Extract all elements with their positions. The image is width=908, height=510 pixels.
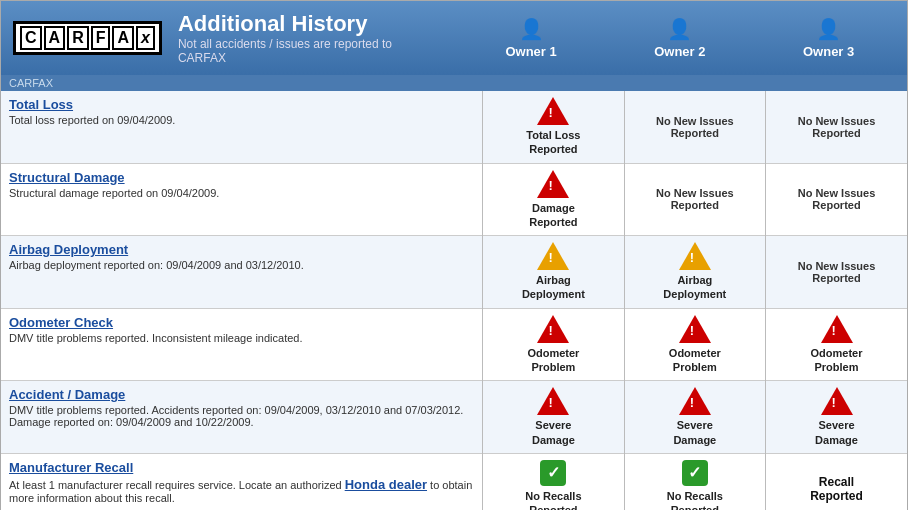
status-text: SevereDamage: [532, 418, 575, 447]
table-row: Airbag DeploymentAirbag deployment repor…: [1, 236, 907, 309]
row-link[interactable]: Total Loss: [9, 97, 73, 112]
status-text: AirbagDeployment: [522, 273, 585, 302]
row-desc: DMV title problems reported. Accidents r…: [9, 404, 474, 428]
logo-letter-a: A: [44, 26, 66, 50]
desc-cell: Airbag DeploymentAirbag deployment repor…: [1, 236, 483, 309]
page-title: Additional History: [178, 11, 433, 37]
status-text: Total LossReported: [526, 128, 580, 157]
status-content: No New IssuesReported: [770, 115, 903, 139]
status-content: No New IssuesReported: [629, 187, 761, 211]
yellow-warning-icon: !: [679, 242, 711, 270]
owner1-cell: ! AirbagDeployment: [483, 236, 624, 309]
green-check-icon: ✓: [540, 460, 566, 486]
red-warning-icon: !: [821, 315, 853, 343]
status-text: OdometerProblem: [669, 346, 721, 375]
owner1-cell: ! OdometerProblem: [483, 308, 624, 381]
table-row: Total LossTotal loss reported on 09/04/2…: [1, 91, 907, 163]
header-subtitle: Not all accidents / issues are reported …: [178, 37, 433, 65]
status-text: AirbagDeployment: [663, 273, 726, 302]
desc-cell: Manufacturer RecallAt least 1 manufactur…: [1, 453, 483, 510]
owner2-cell: No New IssuesReported: [624, 163, 765, 236]
status-content: ✓ No RecallsReported: [629, 460, 761, 510]
row-link[interactable]: Odometer Check: [9, 315, 113, 330]
owner1-cell: ✓ No RecallsReported: [483, 453, 624, 510]
status-content: ! AirbagDeployment: [629, 242, 761, 302]
status-text: No New IssuesReported: [798, 187, 876, 211]
table-row: Manufacturer RecallAt least 1 manufactur…: [1, 453, 907, 510]
row-link[interactable]: Airbag Deployment: [9, 242, 128, 257]
owner2-cell: ! AirbagDeployment: [624, 236, 765, 309]
owner3-cell: ! OdometerProblem: [766, 308, 907, 381]
status-text: SevereDamage: [815, 418, 858, 447]
owner3-cell: No New IssuesReported: [766, 91, 907, 163]
owner1-cell: ! SevereDamage: [483, 381, 624, 454]
owner3-cell: No New IssuesReported: [766, 163, 907, 236]
red-warning-icon: !: [537, 315, 569, 343]
logo-letter-a2: A: [112, 26, 134, 50]
table-row: Odometer CheckDMV title problems reporte…: [1, 308, 907, 381]
status-text: SevereDamage: [673, 418, 716, 447]
desc-cell: Total LossTotal loss reported on 09/04/2…: [1, 91, 483, 163]
yellow-warning-icon: !: [537, 242, 569, 270]
owner3-cell: No New IssuesReported: [766, 236, 907, 309]
owner3-cell: ! SevereDamage: [766, 381, 907, 454]
status-text: No New IssuesReported: [798, 260, 876, 284]
data-table: Total LossTotal loss reported on 09/04/2…: [1, 91, 907, 510]
status-text: No New IssuesReported: [656, 187, 734, 211]
row-desc: At least 1 manufacturer recall requires …: [9, 477, 474, 504]
owner1-cell: ! Total LossReported: [483, 91, 624, 163]
status-text: No New IssuesReported: [798, 115, 876, 139]
status-text: RecallReported: [810, 475, 863, 503]
status-content: ! SevereDamage: [770, 387, 903, 447]
status-text: OdometerProblem: [811, 346, 863, 375]
owner1-header: 👤 Owner 1: [465, 9, 598, 67]
status-text: No RecallsReported: [525, 489, 581, 510]
header-title: Additional History Not all accidents / i…: [178, 11, 433, 65]
owner2-cell: ! OdometerProblem: [624, 308, 765, 381]
red-warning-icon: !: [537, 170, 569, 198]
red-warning-icon: !: [537, 387, 569, 415]
row-link[interactable]: Manufacturer Recall: [9, 460, 133, 475]
status-content: ✓ No RecallsReported: [487, 460, 619, 510]
red-warning-icon: !: [537, 97, 569, 125]
row-desc: Structural damage reported on 09/04/2009…: [9, 187, 474, 199]
status-content: ! SevereDamage: [487, 387, 619, 447]
logo-letter-c: C: [20, 26, 42, 50]
owner3-cell: RecallReported: [766, 453, 907, 510]
row-desc: Total loss reported on 09/04/2009.: [9, 114, 474, 126]
owner2-cell: ✓ No RecallsReported: [624, 453, 765, 510]
owner2-header: 👤 Owner 2: [613, 9, 746, 67]
status-content: ! OdometerProblem: [487, 315, 619, 375]
status-text: DamageReported: [529, 201, 577, 230]
green-check-icon: ✓: [682, 460, 708, 486]
red-warning-icon: !: [679, 315, 711, 343]
carfax-subheader: CARFAX: [1, 75, 907, 91]
status-text: No RecallsReported: [667, 489, 723, 510]
status-content: ! OdometerProblem: [770, 315, 903, 375]
owner2-cell: No New IssuesReported: [624, 91, 765, 163]
row-desc: Airbag deployment reported on: 09/04/200…: [9, 259, 474, 271]
status-content: No New IssuesReported: [770, 187, 903, 211]
row-link[interactable]: Accident / Damage: [9, 387, 125, 402]
red-warning-icon: !: [679, 387, 711, 415]
desc-cell: Accident / DamageDMV title problems repo…: [1, 381, 483, 454]
status-text: OdometerProblem: [527, 346, 579, 375]
status-content: RecallReported: [770, 475, 903, 503]
status-content: ! OdometerProblem: [629, 315, 761, 375]
logo-letter-x: x: [136, 26, 155, 50]
row-desc: DMV title problems reported. Inconsisten…: [9, 332, 474, 344]
status-text: No New IssuesReported: [656, 115, 734, 139]
table-row: Accident / DamageDMV title problems repo…: [1, 381, 907, 454]
logo-letter-f: F: [91, 26, 111, 50]
row-link[interactable]: Structural Damage: [9, 170, 125, 185]
table-row: Structural DamageStructural damage repor…: [1, 163, 907, 236]
carfax-logo: C A R F A x: [13, 21, 162, 55]
honda-dealer-link[interactable]: Honda dealer: [345, 477, 427, 492]
owner3-header: 👤 Owner 3: [762, 9, 895, 67]
status-content: No New IssuesReported: [629, 115, 761, 139]
logo-letter-r: R: [67, 26, 89, 50]
owner2-cell: ! SevereDamage: [624, 381, 765, 454]
main-container: C A R F A x Additional History Not all a…: [0, 0, 908, 510]
status-content: ! SevereDamage: [629, 387, 761, 447]
desc-cell: Structural DamageStructural damage repor…: [1, 163, 483, 236]
